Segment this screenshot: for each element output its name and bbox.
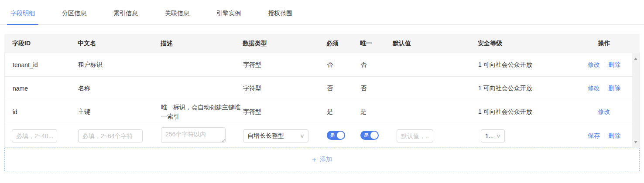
col-header-cn-name: 中文名 [78,40,161,47]
cell-security-level: 1 可向社会公众开放 [478,108,576,116]
cell-required: 否 [327,85,360,92]
cell-cn-name: 主键 [78,108,161,116]
tab-engine-instance[interactable]: 引擎实例 [213,2,244,24]
delete-link[interactable]: 删除 [608,61,620,68]
edit-link[interactable]: 修改 [598,108,610,115]
cell-field-id-input [5,129,78,142]
edit-row: 自增长长整型 ∨ 是 是 1... [5,124,639,148]
cell-required-toggle: 是 [327,131,360,141]
cell-actions: 修改删除 [576,85,639,92]
toggle-knob [370,132,378,139]
table-header: 字段ID 中文名 描述 数据类型 必须 唯一 默认值 安全等级 操作 [4,34,640,53]
toggle-label: 是 [330,132,335,139]
delete-link[interactable]: 删除 [608,85,620,92]
description-textarea[interactable] [161,127,226,143]
required-toggle[interactable]: 是 [327,131,345,140]
chevron-down-icon: ∨ [300,133,305,139]
col-header-default-value: 默认值 [393,40,478,47]
col-header-actions: 操作 [576,40,640,47]
col-header-field-id: 字段ID [4,40,78,47]
cell-required: 是 [327,108,360,116]
cell-unique-toggle: 是 [360,131,393,141]
tab-bar: 字段明细 分区信息 索引信息 关联信息 引擎实例 授权范围 [0,0,644,25]
col-header-required: 必须 [326,40,360,47]
cell-required: 否 [327,61,360,69]
tab-index-info[interactable]: 索引信息 [110,2,141,24]
cell-field-id: tenant_id [5,61,78,68]
edit-link[interactable]: 修改 [588,85,600,92]
security-level-select[interactable]: 1... ∨ [481,129,505,142]
tab-auth-scope[interactable]: 授权范围 [264,2,296,24]
table-row: id 主键 唯一标识，会自动创建主键唯一索引 字符型 是 是 1 可向社会公众开… [5,100,639,124]
chevron-down-icon: ∨ [496,133,501,139]
cn-name-input[interactable] [78,129,143,142]
cell-data-type-select: 自增长长整型 ∨ [243,129,327,142]
cell-field-id: id [5,108,78,115]
field-table: 字段ID 中文名 描述 数据类型 必须 唯一 默认值 安全等级 操作 tenan… [4,34,640,171]
scroll-down-icon[interactable] [634,141,637,143]
field-id-input[interactable] [12,129,57,142]
table-row: tenant_id 租户标识 字符型 否 否 1 可向社会公众开放 修改删除 [5,53,639,77]
col-header-data-type: 数据类型 [243,40,326,47]
cell-cn-name: 租户标识 [78,61,161,69]
cell-field-id: name [5,85,78,92]
unique-toggle[interactable]: 是 [360,131,379,140]
delete-link[interactable]: 删除 [608,132,620,139]
add-button-label: 添加 [320,156,332,163]
table-row: name 名称 字符型 否 否 1 可向社会公众开放 修改删除 [5,77,639,100]
action-divider [604,62,604,68]
cell-default-value-input [393,129,478,142]
cell-actions: 修改 [576,108,639,116]
tab-partition-info[interactable]: 分区信息 [58,2,90,24]
toggle-label: 是 [363,132,369,139]
action-divider [604,133,604,139]
action-divider [604,85,604,91]
plus-icon: + [312,156,316,163]
edit-link[interactable]: 修改 [588,61,600,68]
cell-unique: 是 [360,108,393,116]
data-type-select[interactable]: 自增长长整型 ∨ [243,129,308,142]
cell-cn-name-input [78,129,161,142]
col-header-description: 描述 [161,40,243,47]
default-value-input[interactable] [397,129,433,142]
table-body: tenant_id 租户标识 字符型 否 否 1 可向社会公众开放 修改删除 n… [4,53,640,148]
tab-relation-info[interactable]: 关联信息 [161,2,193,24]
cell-data-type: 字符型 [243,85,327,92]
cell-security-level: 1 可向社会公众开放 [478,61,576,69]
cell-cn-name: 名称 [78,85,161,92]
cell-security-level-select: 1... ∨ [478,129,576,142]
scroll-up-icon[interactable] [634,58,637,60]
cell-actions: 保存删除 [576,132,639,140]
cell-unique: 否 [360,85,393,92]
save-link[interactable]: 保存 [588,132,600,139]
cell-unique: 否 [360,61,393,69]
col-header-unique: 唯一 [360,40,393,47]
add-row: + 添加 [4,148,640,171]
cell-description-input [161,127,243,144]
description-text: 唯一标识，会自动创建主键唯一索引 [161,104,240,120]
cell-data-type: 字符型 [243,108,327,116]
cell-security-level: 1 可向社会公众开放 [478,85,576,92]
tab-field-details[interactable]: 字段明细 [7,2,38,25]
toggle-knob [337,132,344,139]
vertical-scrollbar[interactable] [632,53,639,148]
cell-description: 唯一标识，会自动创建主键唯一索引 [161,103,243,121]
col-header-security-level: 安全等级 [478,40,576,47]
security-level-select-value: 1... [485,132,493,139]
cell-actions: 修改删除 [576,61,639,69]
data-type-select-value: 自增长长整型 [247,132,284,140]
cell-data-type: 字符型 [243,61,327,69]
add-button[interactable]: + 添加 [312,156,332,163]
